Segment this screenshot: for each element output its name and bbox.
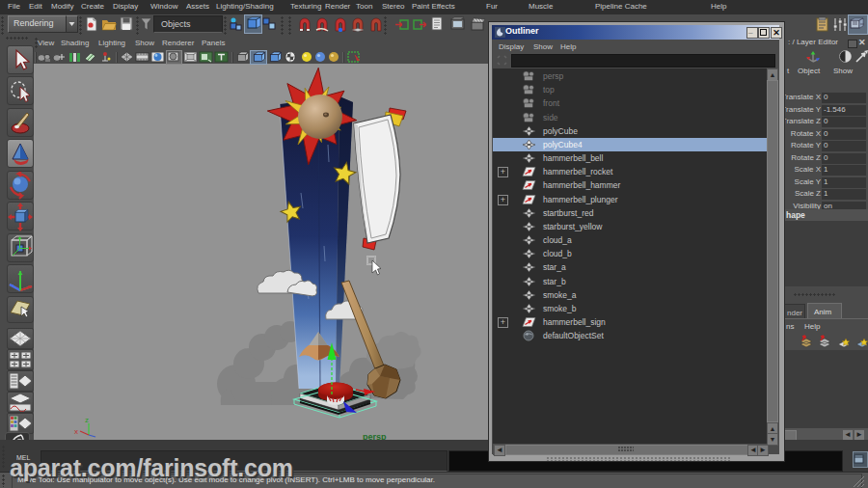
- svg-text:z: z: [85, 416, 89, 424]
- svg-text:persp: persp: [363, 432, 387, 440]
- svg-text:x: x: [74, 427, 78, 436]
